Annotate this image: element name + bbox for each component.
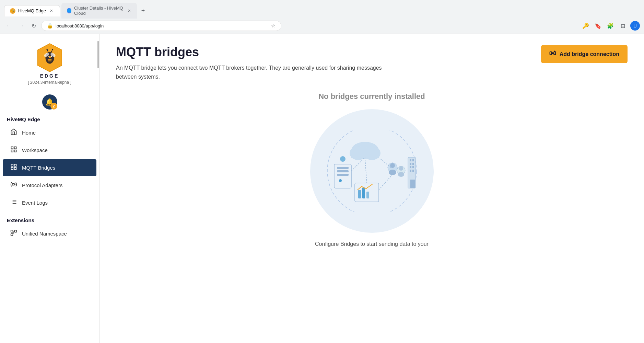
hivemq-logo [34, 42, 65, 73]
back-button[interactable]: ← [4, 21, 14, 31]
browser-title-bar: 🐝 HiveMQ Edge ✕ 🌐 Cluster Details - Hive… [0, 0, 644, 19]
svg-rect-34 [550, 52, 551, 55]
home-label: Home [22, 130, 36, 136]
svg-rect-47 [337, 170, 349, 172]
main-content: MQTT bridges An MQTT bridge lets you con… [99, 34, 644, 343]
svg-rect-46 [337, 167, 349, 169]
svg-rect-20 [11, 168, 13, 170]
page-title-section: MQTT bridges An MQTT bridge lets you con… [116, 45, 541, 81]
sidebar-item-event-logs[interactable]: Event Logs [3, 194, 96, 211]
address-bar[interactable]: 🔒 localhost:8080/app/login ☆ [41, 21, 281, 31]
svg-point-60 [398, 172, 404, 177]
config-description: Configure Bridges to start sending data … [315, 241, 429, 247]
forward-button[interactable]: → [16, 21, 26, 31]
mqtt-bridges-label: MQTT Bridges [22, 165, 55, 171]
page-title: MQTT bridges [116, 45, 541, 59]
protocol-adapters-label: Protocol Adapters [22, 182, 62, 188]
unified-namespace-icon [10, 229, 18, 238]
tab-label-cluster: Cluster Details - HiveMQ Cloud [74, 5, 124, 16]
svg-point-5 [48, 56, 50, 58]
extensions-section: Extensions [0, 212, 99, 225]
sidebar-section-title: HiveMQ Edge [0, 114, 99, 124]
svg-line-73 [379, 174, 393, 190]
svg-rect-29 [11, 230, 13, 232]
svg-rect-63 [412, 159, 414, 161]
svg-rect-18 [11, 164, 13, 167]
svg-rect-14 [11, 147, 13, 149]
sidebar-item-workspace[interactable]: Workspace [3, 142, 96, 159]
svg-rect-52 [358, 190, 361, 198]
tab-favicon-hivemq: 🐝 [10, 8, 15, 14]
tab-close-cluster[interactable]: ✕ [127, 8, 131, 13]
svg-point-37 [552, 53, 553, 54]
workspace-label: Workspace [22, 147, 48, 153]
add-bridge-button[interactable]: Add bridge connection [541, 45, 628, 63]
svg-rect-69 [412, 170, 414, 172]
svg-rect-62 [410, 159, 411, 161]
star-icon: ☆ [271, 23, 276, 28]
tab-label-hivemq-edge: HiveMQ Edge [18, 8, 46, 13]
svg-rect-67 [412, 166, 414, 168]
tab-cluster-details[interactable]: 🌐 Cluster Details - HiveMQ Cloud ✕ [61, 3, 137, 19]
svg-rect-16 [11, 150, 13, 152]
key-icon[interactable]: 🔑 [581, 21, 590, 31]
sidebar-item-home[interactable]: Home [3, 124, 96, 141]
split-view-icon[interactable]: ⊟ [618, 21, 628, 31]
svg-rect-68 [410, 170, 411, 172]
app-container: EDGE [ 2024.3-internal-alpha ] 🔔 2 HiveM… [0, 34, 644, 343]
svg-rect-64 [410, 163, 411, 165]
sidebar-nav: Home Workspace MQTT Brid [0, 124, 99, 212]
workspace-icon [10, 146, 18, 155]
new-tab-button[interactable]: + [138, 6, 148, 15]
notification-bell[interactable]: 🔔 2 [42, 94, 57, 110]
bridges-illustration [310, 109, 434, 233]
mqtt-bridges-icon [10, 163, 18, 172]
empty-state-title: No bridges currently installed [318, 92, 425, 101]
svg-point-49 [339, 179, 342, 182]
svg-rect-35 [554, 52, 555, 55]
tab-close-hivemq[interactable]: ✕ [49, 8, 54, 14]
sidebar-item-protocol-adapters[interactable]: Protocol Adapters [3, 177, 96, 194]
sidebar-scrollbar[interactable] [97, 34, 99, 343]
product-name: EDGE [40, 73, 59, 79]
svg-rect-31 [11, 234, 13, 236]
page-description: An MQTT bridge lets you connect two MQTT… [116, 64, 390, 81]
tab-favicon-cloud: 🌐 [67, 8, 71, 13]
svg-point-50 [340, 156, 346, 162]
svg-rect-66 [410, 166, 411, 168]
event-logs-label: Event Logs [22, 200, 48, 206]
browser-chrome: 🐝 HiveMQ Edge ✕ 🌐 Cluster Details - Hive… [0, 0, 644, 34]
sidebar-item-unified-namespace[interactable]: Unified Namespace [3, 225, 96, 242]
svg-point-12 [46, 49, 47, 50]
extensions-icon[interactable]: 🧩 [606, 21, 615, 31]
svg-rect-7 [48, 60, 51, 61]
add-bridge-label: Add bridge connection [560, 51, 619, 57]
svg-rect-54 [366, 192, 369, 198]
svg-point-13 [52, 49, 53, 50]
tab-hivemq-edge[interactable]: 🐝 HiveMQ Edge ✕ [4, 5, 60, 16]
empty-state: No bridges currently installed [116, 92, 628, 247]
extensions-title: Extensions [7, 217, 92, 223]
svg-rect-65 [412, 163, 414, 165]
home-icon [10, 128, 18, 137]
svg-point-56 [390, 163, 395, 168]
version-badge: [ 2024.3-internal-alpha ] [28, 80, 71, 85]
url-text: localhost:8080/app/login [56, 23, 104, 28]
svg-point-9 [51, 56, 52, 57]
svg-point-59 [399, 167, 403, 171]
sidebar: EDGE [ 2024.3-internal-alpha ] 🔔 2 HiveM… [0, 34, 99, 343]
add-bridge-icon [549, 50, 556, 58]
lock-icon: 🔒 [47, 23, 53, 28]
svg-point-8 [47, 56, 48, 57]
sidebar-item-mqtt-bridges[interactable]: MQTT Bridges [3, 159, 96, 176]
svg-rect-48 [337, 174, 349, 176]
user-avatar[interactable]: U [630, 21, 640, 31]
reload-button[interactable]: ↻ [29, 21, 38, 31]
unified-namespace-label: Unified Namespace [22, 231, 67, 237]
address-bar-icons: ☆ [271, 23, 276, 28]
page-header: MQTT bridges An MQTT bridge lets you con… [116, 45, 628, 81]
svg-line-72 [365, 159, 367, 183]
bookmark-icon[interactable]: 🔖 [593, 21, 603, 31]
scrollbar-thumb [97, 41, 99, 68]
svg-rect-53 [362, 187, 365, 198]
